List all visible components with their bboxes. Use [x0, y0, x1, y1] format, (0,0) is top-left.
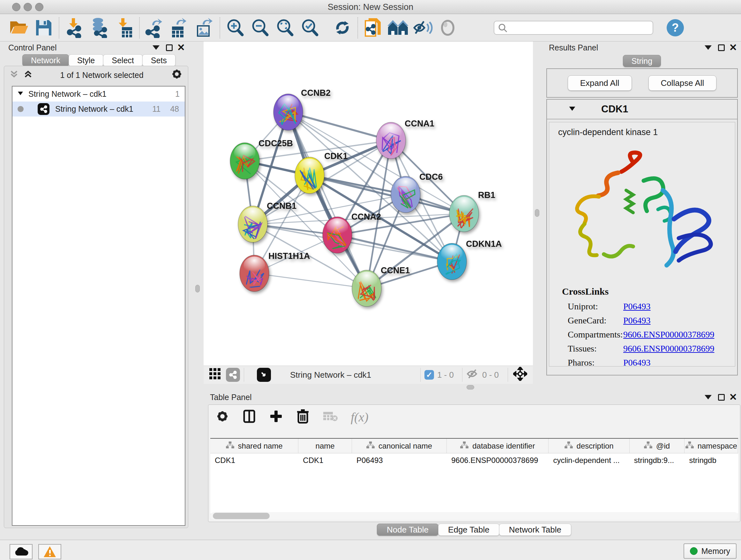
panel-close-icon[interactable]: ✕: [729, 43, 737, 52]
network-canvas[interactable]: CCNB2CCNA1CDC25BCDK1CDC6RB1CCNB1CCNA2CDK…: [204, 42, 533, 384]
show-graphics-details-icon[interactable]: [435, 17, 460, 38]
grid-view-icon[interactable]: [209, 368, 221, 382]
hide-unhide-graphics-icon[interactable]: [410, 17, 435, 38]
import-network-from-file-icon[interactable]: [62, 17, 87, 38]
tab-string[interactable]: String: [623, 55, 661, 67]
function-builder-icon[interactable]: f(x): [351, 410, 368, 425]
gene-entry-header[interactable]: CDK1: [547, 100, 737, 119]
scrollbar-thumb[interactable]: [213, 513, 270, 519]
expand-all-networks-icon[interactable]: [23, 69, 33, 81]
crosslink-link[interactable]: 9606.ENSP00000378699: [623, 341, 714, 356]
birds-eye-view-icon[interactable]: [257, 368, 271, 382]
clone-network-icon[interactable]: [360, 17, 386, 38]
node-CCNB1[interactable]: CCNB1: [238, 201, 296, 242]
network-row-selected[interactable]: String Network – cdk1 11 48: [12, 102, 185, 117]
bottom-splitter-handle[interactable]: [467, 385, 474, 389]
edge-HIST1H1A-CCNE1[interactable]: [254, 273, 367, 288]
string-home-icon[interactable]: [386, 17, 410, 38]
tab-node-table[interactable]: Node Table: [377, 523, 439, 536]
column-header-description[interactable]: description: [549, 439, 629, 453]
column-header-shared-name[interactable]: shared name: [210, 439, 298, 453]
node-CCNE1[interactable]: CCNE1: [352, 266, 410, 307]
panel-menu-icon[interactable]: [704, 45, 712, 50]
tree-expander-icon[interactable]: [17, 89, 24, 99]
import-table-from-file-icon[interactable]: [112, 17, 137, 38]
collapse-entry-icon[interactable]: [568, 105, 576, 114]
node-RB1[interactable]: RB1: [449, 190, 495, 232]
panel-float-icon[interactable]: [718, 44, 725, 51]
tab-style[interactable]: Style: [69, 54, 104, 66]
network-options-gear-icon[interactable]: [171, 68, 183, 82]
panel-close-icon[interactable]: ✕: [729, 392, 737, 402]
cloud-button[interactable]: [10, 544, 32, 559]
tab-network[interactable]: Network: [22, 54, 69, 66]
crosslink-label: GeneCard:: [562, 314, 623, 327]
open-session-icon[interactable]: [6, 17, 31, 38]
table-cell[interactable]: cyclin-dependent ...: [549, 453, 629, 468]
search-input[interactable]: [494, 21, 653, 35]
column-header-name[interactable]: name: [298, 439, 352, 453]
title-bar: Session: New Session: [0, 0, 741, 14]
left-splitter-handle[interactable]: [195, 285, 200, 293]
network-view-icon[interactable]: [226, 368, 240, 382]
zoom-fit-icon[interactable]: [273, 17, 297, 38]
zoom-in-icon[interactable]: [223, 17, 248, 38]
export-table-icon[interactable]: [167, 17, 192, 38]
pan-crosshair-icon[interactable]: [513, 367, 527, 383]
crosslink-link[interactable]: P06493: [623, 314, 651, 327]
node-CDKN1A[interactable]: CDKN1A: [437, 239, 502, 280]
help-icon[interactable]: ?: [667, 19, 684, 37]
panel-close-icon[interactable]: ✕: [177, 43, 185, 52]
panel-float-icon[interactable]: [166, 44, 173, 51]
zoom-out-icon[interactable]: [248, 17, 273, 38]
show-column-icon[interactable]: [242, 409, 256, 425]
column-header-canonical-name[interactable]: canonical name: [352, 439, 447, 453]
table-cell[interactable]: stringdb: [684, 453, 738, 468]
edge-CCNB2-CCNE1[interactable]: [288, 112, 367, 288]
collapse-all-networks-icon[interactable]: [9, 69, 19, 81]
node-HIST1H1A[interactable]: HIST1H1A: [240, 251, 310, 292]
panel-menu-icon[interactable]: [704, 395, 712, 399]
crosslink-label: Tissues:: [562, 341, 623, 356]
hidden-eye-icon[interactable]: [466, 368, 480, 381]
export-network-icon[interactable]: [142, 17, 167, 38]
delete-column-icon[interactable]: [296, 409, 310, 425]
table-horizontal-scrollbar[interactable]: [210, 512, 738, 520]
import-network-from-database-icon[interactable]: [87, 17, 112, 38]
network-collection-row[interactable]: String Network – cdk1 1: [12, 86, 185, 102]
node-CCNA1[interactable]: CCNA1: [376, 119, 434, 159]
column-header-database-identifier[interactable]: database identifier: [447, 439, 549, 453]
edge-CCNA2-CDKN1A[interactable]: [337, 235, 452, 261]
table-cell[interactable]: P06493: [352, 453, 447, 468]
column-header-namespace[interactable]: namespace: [684, 439, 738, 453]
selected-checkbox-icon[interactable]: ✓: [424, 370, 434, 380]
collapse-all-button[interactable]: Collapse All: [649, 75, 717, 91]
network-graph[interactable]: CCNB2CCNA1CDC25BCDK1CDC6RB1CCNB1CCNA2CDK…: [204, 42, 533, 366]
tab-select[interactable]: Select: [103, 54, 142, 66]
tab-network-table[interactable]: Network Table: [499, 523, 571, 536]
table-cell[interactable]: CDK1: [210, 453, 298, 468]
crosslink-link[interactable]: P06493: [623, 300, 651, 314]
warnings-button[interactable]: [38, 544, 61, 559]
delete-table-icon[interactable]: [323, 410, 338, 424]
right-splitter-handle[interactable]: [535, 209, 539, 217]
table-cell[interactable]: CDK1: [298, 453, 352, 468]
table-cell[interactable]: 9606.ENSP00000378699: [447, 453, 549, 468]
zoom-selected-icon[interactable]: [297, 17, 322, 38]
tab-sets[interactable]: Sets: [142, 54, 176, 66]
crosslink-link[interactable]: P06493: [623, 356, 651, 367]
table-cell[interactable]: stringdb:9...: [630, 453, 685, 468]
add-column-icon[interactable]: [269, 409, 283, 425]
export-image-icon[interactable]: [192, 17, 217, 38]
panel-float-icon[interactable]: [718, 394, 725, 401]
tab-edge-table[interactable]: Edge Table: [438, 523, 499, 536]
memory-button[interactable]: Memory: [684, 543, 737, 559]
table-options-gear-icon[interactable]: [215, 409, 229, 425]
crosslink-link[interactable]: 9606.ENSP00000378699: [623, 327, 714, 341]
refresh-icon[interactable]: [330, 17, 355, 38]
column-header-id[interactable]: @id: [630, 439, 685, 453]
table-row[interactable]: CDK1CDK1P064939606.ENSP00000378699cyclin…: [210, 453, 738, 468]
expand-all-button[interactable]: Expand All: [568, 75, 632, 91]
panel-menu-icon[interactable]: [152, 45, 159, 50]
save-session-icon[interactable]: [31, 17, 56, 38]
